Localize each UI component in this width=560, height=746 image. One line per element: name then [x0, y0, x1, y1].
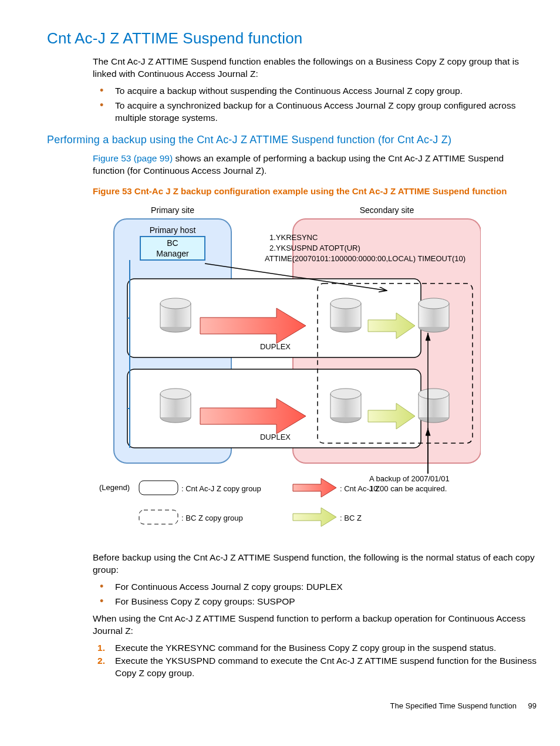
primary-host-label: Primary host [150, 225, 196, 235]
legend-cnt-group: : Cnt Ac-J Z copy group [181, 484, 261, 493]
footer-section-title: The Specified Time Suspend function [390, 701, 517, 710]
list-item: To acquire a synchronized backup for a C… [93, 100, 537, 124]
duplex-label-2: DUPLEX [260, 433, 291, 441]
secondary-site-label: Secondary site [360, 205, 414, 215]
legend-solid-rect [139, 481, 178, 495]
backup-note-line1: A backup of 2007/01/01 [369, 474, 450, 483]
intro-text: The Cnt Ac-J Z ATTIME Suspend function e… [93, 56, 537, 80]
list-item: To acquire a backup without suspending t… [93, 85, 537, 97]
page-footer: The Specified Time Suspend function 99 [23, 701, 537, 711]
svg-point-14 [330, 389, 361, 399]
prebackup-bullet-list: For Continuous Access Journal Z copy gro… [93, 581, 537, 608]
legend-bc: : BC Z [340, 514, 362, 522]
legend-title: (Legend) [99, 483, 130, 492]
cylinder [160, 298, 191, 332]
backup-note-line2: 10:00 can be acquired. [369, 484, 447, 493]
figure-reference-paragraph: Figure 53 (page 99) shows an example of … [93, 153, 537, 177]
page-title: Cnt Ac-J Z ATTIME Suspend function [47, 28, 537, 49]
whenusing-text: When using the Cnt Ac-J Z ATTIME Suspend… [93, 613, 537, 637]
cylinder [330, 389, 361, 423]
list-item: For Business Copy Z copy groups: SUSPOP [93, 596, 537, 608]
steps-list: Execute the YKRESYNC command for the Bus… [93, 642, 537, 680]
intro-bullet-list: To acquire a backup without suspending t… [93, 85, 537, 124]
figure-diagram: Primary site Secondary site Primary host… [93, 202, 481, 547]
cylinder [419, 298, 449, 332]
svg-point-17 [419, 389, 449, 399]
figure-caption: Figure 53 Cnt-Ac J Z backup configuratio… [93, 185, 537, 197]
bc-manager-text2: Manager [156, 249, 189, 258]
svg-point-11 [160, 389, 191, 399]
section-subhead: Performing a backup using the Cnt Ac-J Z… [47, 133, 537, 147]
diagram-svg: Primary site Secondary site Primary host… [93, 202, 481, 543]
cmd2b-text: ATTIME(20070101:100000:0000:00,LOCAL) TI… [265, 254, 465, 263]
svg-point-5 [330, 298, 361, 309]
cylinder [419, 389, 449, 423]
svg-point-2 [160, 298, 191, 309]
legend-bc-group: : BC Z copy group [181, 514, 243, 522]
bc-manager-text1: BC [167, 238, 178, 248]
legend-cnt: : Cnt Ac-J Z [340, 484, 380, 493]
primary-site-label: Primary site [151, 205, 194, 215]
legend-red-arrow-icon [293, 478, 336, 497]
figure-reference-link[interactable]: Figure 53 (page 99) [93, 153, 173, 163]
cylinder [160, 389, 191, 423]
cmd2-text: 2.YKSUSPND ATOPT(UR) [269, 244, 360, 252]
prebackup-text: Before backup using the Cnt Ac-J Z ATTIM… [93, 552, 537, 576]
svg-point-8 [419, 298, 449, 309]
list-item: Execute the YKSUSPND command to execute … [93, 655, 537, 680]
cylinder [330, 298, 361, 332]
footer-page-number: 99 [528, 701, 537, 710]
legend-green-arrow-icon [293, 508, 336, 526]
list-item: For Continuous Access Journal Z copy gro… [93, 581, 537, 593]
legend-dashed-rect [139, 510, 178, 524]
list-item: Execute the YKRESYNC command for the Bus… [93, 642, 537, 654]
cmd1-text: 1.YKRESYNC [269, 233, 318, 242]
duplex-label-1: DUPLEX [260, 342, 291, 351]
